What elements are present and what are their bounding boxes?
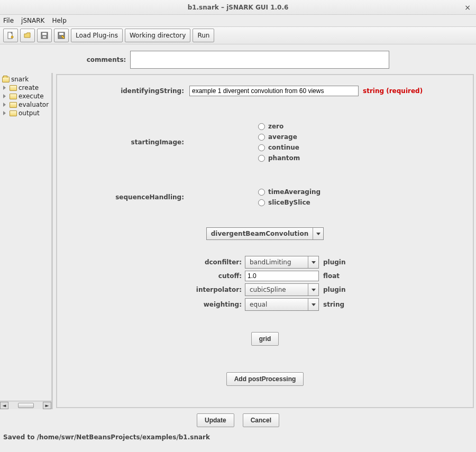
add-post-row: Add postProcessing <box>73 372 457 386</box>
grid-button[interactable]: grid <box>251 332 279 346</box>
radio-phantom[interactable] <box>258 155 265 162</box>
expander-icon[interactable] <box>3 94 8 99</box>
new-file-button[interactable] <box>3 29 18 42</box>
svg-rect-3 <box>42 33 47 35</box>
starting-image-row: startingImage: zero average continue pha… <box>73 123 457 162</box>
save-as-button[interactable] <box>54 29 69 42</box>
interpolator-select[interactable]: cubicSpline <box>245 283 319 296</box>
radio-average[interactable] <box>258 134 265 141</box>
load-plugins-button[interactable]: Load Plug-ins <box>71 29 123 42</box>
expander-icon[interactable] <box>3 103 8 107</box>
grid-row: grid <box>73 332 457 346</box>
toolbar: Load Plug-ins Working directory Run <box>0 26 476 44</box>
dconfilter-select[interactable]: bandLimiting <box>245 256 319 269</box>
scroll-left-icon[interactable]: ◄ <box>0 402 8 409</box>
interpolator-label: interpolator: <box>195 286 245 293</box>
tree-root[interactable]: snark <box>1 75 50 84</box>
chevron-down-icon <box>308 299 318 310</box>
expander-icon[interactable] <box>3 86 8 90</box>
cutoff-label: cutoff: <box>195 272 245 280</box>
window-title: b1.snark – jSNARK GUI 1.0.6 <box>188 4 289 11</box>
identifying-string-req: string (required) <box>363 87 423 95</box>
svg-rect-4 <box>43 36 46 38</box>
sequence-handling-label: sequenceHandling: <box>73 188 189 201</box>
cutoff-input[interactable] <box>245 271 319 281</box>
scroll-thumb[interactable] <box>18 403 34 408</box>
radio-slice-by-slice[interactable] <box>258 199 265 206</box>
folder-icon <box>2 77 10 82</box>
starting-image-group: zero average continue phantom <box>258 123 300 162</box>
statusbar: Saved to /home/swr/NetBeansProjects/exam… <box>0 431 476 443</box>
expander-icon[interactable] <box>3 111 8 116</box>
tree-item-execute[interactable]: execute <box>1 92 50 100</box>
comments-input[interactable] <box>130 51 389 69</box>
save-as-icon <box>57 31 66 40</box>
svg-point-1 <box>11 36 13 38</box>
chevron-down-icon <box>308 256 318 268</box>
tree-panel: snark create execute evaluator output ◄ … <box>0 73 53 409</box>
identifying-string-label: identifyingString: <box>73 87 189 95</box>
tree-root-label: snark <box>11 76 29 83</box>
form-panel: identifyingString: string (required) sta… <box>56 74 474 408</box>
main-select-row: divergentBeamConvolution <box>73 227 457 240</box>
comments-row: comments: <box>0 44 476 73</box>
scroll-right-icon[interactable]: ► <box>43 402 51 409</box>
titlebar: b1.snark – jSNARK GUI 1.0.6 × <box>0 0 476 15</box>
menu-file[interactable]: File <box>3 17 14 24</box>
menu-help[interactable]: Help <box>52 17 66 24</box>
chevron-down-icon <box>313 228 323 239</box>
menu-jsnark[interactable]: jSNARK <box>21 17 44 24</box>
close-icon[interactable]: × <box>464 3 471 12</box>
sequence-handling-group: timeAveraging sliceBySlice <box>258 188 321 206</box>
weighting-select[interactable]: equal <box>245 298 319 311</box>
scroll-track[interactable] <box>8 402 43 409</box>
identifying-string-row: identifyingString: string (required) <box>73 86 457 96</box>
tree-item-output[interactable]: output <box>1 109 50 117</box>
save-button[interactable] <box>37 29 52 42</box>
folder-icon <box>10 85 17 91</box>
cancel-button[interactable]: Cancel <box>243 413 279 427</box>
tree-scrollbar[interactable]: ◄ ► <box>0 401 51 409</box>
folder-icon <box>10 110 17 116</box>
radio-time-averaging[interactable] <box>258 189 265 196</box>
tree-item-evaluator[interactable]: evaluator <box>1 100 50 109</box>
update-button[interactable]: Update <box>197 413 234 427</box>
tree-item-create[interactable]: create <box>1 84 50 92</box>
menubar: File jSNARK Help <box>0 15 476 26</box>
open-folder-icon <box>23 31 32 40</box>
identifying-string-input[interactable] <box>189 86 359 96</box>
chevron-down-icon <box>308 284 318 296</box>
new-file-icon <box>6 31 15 40</box>
folder-icon <box>10 94 17 99</box>
main-split: snark create execute evaluator output ◄ … <box>0 73 476 409</box>
dconfilter-label: dconfilter: <box>195 259 245 266</box>
algorithm-select[interactable]: divergentBeamConvolution <box>206 227 324 240</box>
comments-label: comments: <box>87 56 126 63</box>
radio-continue[interactable] <box>258 144 265 151</box>
radio-zero[interactable] <box>258 123 265 130</box>
save-icon <box>40 31 49 40</box>
run-button[interactable]: Run <box>193 29 214 42</box>
folder-icon <box>10 102 17 108</box>
starting-image-label: startingImage: <box>73 123 189 146</box>
svg-rect-6 <box>59 33 63 35</box>
working-directory-button[interactable]: Working directory <box>125 29 190 42</box>
weighting-label: weighting: <box>195 301 245 308</box>
param-grid: dconfilter: bandLimiting plugin cutoff: … <box>195 256 457 311</box>
add-postprocessing-button[interactable]: Add postProcessing <box>226 372 304 386</box>
open-file-button[interactable] <box>20 29 35 42</box>
sequence-handling-row: sequenceHandling: timeAveraging sliceByS… <box>73 188 457 206</box>
bottom-buttons: Update Cancel <box>0 409 476 431</box>
